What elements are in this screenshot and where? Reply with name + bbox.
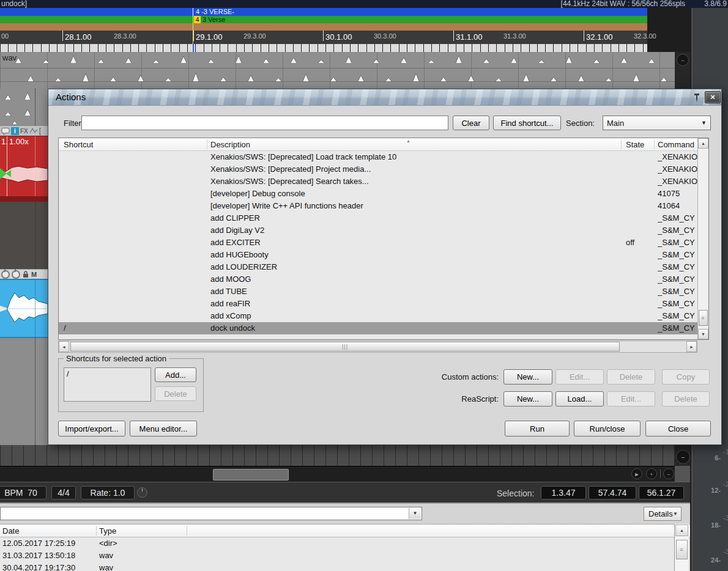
scroll-down-icon[interactable]: ▼ xyxy=(698,329,708,339)
close-icon[interactable]: × xyxy=(705,91,721,103)
region-lane[interactable]: 4 -3 VERSE- xyxy=(0,8,647,16)
menu-editor-button[interactable]: Menu editor... xyxy=(130,421,197,437)
action-row[interactable]: add LOUDERIZER _S&M_CY xyxy=(59,261,699,273)
shortcuts-list[interactable]: / xyxy=(64,367,151,402)
bpm-box[interactable]: BPM 70 xyxy=(0,486,46,499)
arrange-track-waveform[interactable] xyxy=(0,52,675,89)
track-waveform-left[interactable] xyxy=(0,89,48,125)
file-row[interactable]: 30.04.2017 19:17:30 wav xyxy=(0,562,674,571)
action-row[interactable]: add reaFIR _S&M_CY xyxy=(59,298,699,310)
column-shortcut[interactable]: Shortcut xyxy=(64,140,93,149)
chevron-down-icon[interactable]: ▼ xyxy=(409,508,421,519)
find-shortcut-button[interactable]: Find shortcut... xyxy=(493,116,561,130)
fx-icon[interactable]: FX xyxy=(20,128,28,134)
file-list-scrollbar-thumb[interactable]: ≡ xyxy=(676,540,688,559)
zoom-out-icon[interactable]: − xyxy=(663,468,674,479)
action-row[interactable]: add CLIPPER _S&M_CY xyxy=(59,212,699,224)
details-button[interactable]: Details ▼ xyxy=(644,507,682,521)
section-value: Main xyxy=(607,119,624,128)
scroll-right-icon[interactable]: ► xyxy=(686,341,697,352)
reascript-delete-button[interactable]: Delete xyxy=(662,391,710,407)
actions-list: Xenakios/SWS: [Deprecated] Load track te… xyxy=(59,151,699,339)
ruler-label: 32.1.00 xyxy=(586,32,612,42)
action-row[interactable]: [developer] Write C++ API functions head… xyxy=(59,200,699,212)
actions-table-header[interactable]: Shortcut Description State Command ▲ xyxy=(59,138,708,151)
arrange-bottom-strip[interactable] xyxy=(0,445,675,466)
selection-length[interactable]: 56.1.27 xyxy=(639,486,684,499)
pin-icon[interactable] xyxy=(692,92,702,103)
custom-edit-button[interactable]: Edit... xyxy=(555,369,604,385)
reascript-load-button[interactable]: Load... xyxy=(555,391,604,407)
media-item-red[interactable]: 1. 1.00x xyxy=(0,136,48,202)
import-export-button[interactable]: Import/export... xyxy=(58,421,125,437)
action-row[interactable]: add EXCITER off _S&M_CY xyxy=(59,237,699,249)
action-command: _XENAKIO xyxy=(658,177,698,186)
run-button[interactable]: Run xyxy=(505,421,570,437)
custom-new-button[interactable]: New... xyxy=(503,369,552,385)
scroll-up-icon[interactable]: ▲ xyxy=(675,525,688,536)
envelope-icon[interactable] xyxy=(29,127,38,135)
dialog-titlebar[interactable]: Actions × xyxy=(48,89,721,106)
path-combobox[interactable]: ▼ xyxy=(0,507,422,520)
action-row[interactable]: add TUBE _S&M_CY xyxy=(59,286,699,298)
power-icon[interactable] xyxy=(1,270,10,279)
section-combobox[interactable]: Main ▼ xyxy=(603,116,711,130)
v-zoom-out-icon[interactable]: − xyxy=(676,450,690,464)
lock-icon[interactable] xyxy=(22,270,29,278)
info-icon[interactable]: i xyxy=(11,127,19,135)
file-row[interactable]: 12.05.2017 17:25:19 <dir> xyxy=(0,537,674,550)
shortcut-entry[interactable]: / xyxy=(67,369,69,378)
file-list-header[interactable]: Date Type xyxy=(0,524,690,537)
column-state[interactable]: State xyxy=(626,140,644,149)
file-row[interactable]: 31.03.2017 13:50:18 wav xyxy=(0,550,674,562)
selection-end[interactable]: 57.4.74 xyxy=(589,486,636,499)
scroll-left-icon[interactable]: ◄ xyxy=(59,341,69,352)
action-row[interactable]: Xenakios/SWS: [Deprecated] Project media… xyxy=(59,163,699,175)
actions-h-scrollbar-thumb[interactable]: ||| xyxy=(70,342,620,352)
tempo-lane[interactable] xyxy=(0,23,647,31)
v-zoom-out-icon[interactable]: − xyxy=(677,54,689,66)
rate-box[interactable]: Rate: 1.0 xyxy=(81,486,135,499)
column-command[interactable]: Command xyxy=(658,140,694,149)
filter-input[interactable] xyxy=(81,116,448,130)
action-row[interactable]: add xComp _S&M_CY xyxy=(59,310,699,322)
scroll-up-icon[interactable]: ▲ xyxy=(698,138,708,149)
reascript-edit-button[interactable]: Edit... xyxy=(607,391,655,407)
actions-h-scrollbar[interactable]: ◄ ||| ► xyxy=(58,341,697,353)
column-description[interactable]: Description xyxy=(210,140,250,149)
delete-shortcut-button[interactable]: Delete xyxy=(155,386,196,401)
actions-v-scrollbar[interactable]: ▲ ≡ ▼ xyxy=(697,138,708,339)
action-row[interactable]: add HUGEbooty _S&M_CY xyxy=(59,249,699,261)
actions-scrollbar-thumb[interactable]: ≡ xyxy=(699,310,708,326)
action-row[interactable]: add DigiLay V2 _S&M_CY xyxy=(59,224,699,237)
close-button[interactable]: Close xyxy=(645,421,711,437)
run-close-button[interactable]: Run/close xyxy=(574,421,641,437)
zoom-in-icon[interactable]: + xyxy=(646,468,657,479)
clear-button[interactable]: Clear xyxy=(453,116,489,130)
custom-copy-button[interactable]: Copy xyxy=(662,369,710,385)
reascript-new-button[interactable]: New... xyxy=(503,391,552,407)
action-row[interactable]: Xenakios/SWS: [Deprecated] Load track te… xyxy=(59,151,699,163)
action-row[interactable]: / dock undock _S&M_CY xyxy=(59,322,699,334)
action-row[interactable]: add MOOG _S&M_CY xyxy=(59,273,699,286)
arrange-h-scrollbar-thumb[interactable] xyxy=(213,469,289,481)
column-date[interactable]: Date xyxy=(2,526,19,536)
time-signature-box[interactable]: 4/4 xyxy=(51,486,76,499)
column-type[interactable]: Type xyxy=(99,526,116,536)
play-zoom-icon[interactable]: ► xyxy=(631,468,642,479)
power-icon[interactable] xyxy=(12,270,20,279)
waveform-peaks xyxy=(0,52,675,89)
marker-lane[interactable]: 4 3 Verse xyxy=(0,16,647,23)
notes-icon[interactable] xyxy=(1,127,10,135)
arrange-h-scrollbar[interactable] xyxy=(0,466,675,482)
file-list-scrollbar[interactable]: ▲ ≡ xyxy=(674,524,689,571)
action-row[interactable]: [developer] Debug console 41075 xyxy=(59,188,699,200)
add-shortcut-button[interactable]: Add... xyxy=(155,367,196,382)
mute-icon[interactable]: M xyxy=(31,271,37,278)
action-row[interactable]: Xenakios/SWS: [Deprecated] Search takes.… xyxy=(59,175,699,188)
custom-delete-button[interactable]: Delete xyxy=(607,369,655,385)
media-item-blue[interactable] xyxy=(0,279,48,338)
selection-start[interactable]: 1.3.47 xyxy=(541,486,586,499)
timeline-ruler[interactable]: 00 28.1.00 28.3.00 29.1.00 29.3.00 30.1.… xyxy=(0,31,647,52)
rate-knob[interactable] xyxy=(137,487,147,498)
